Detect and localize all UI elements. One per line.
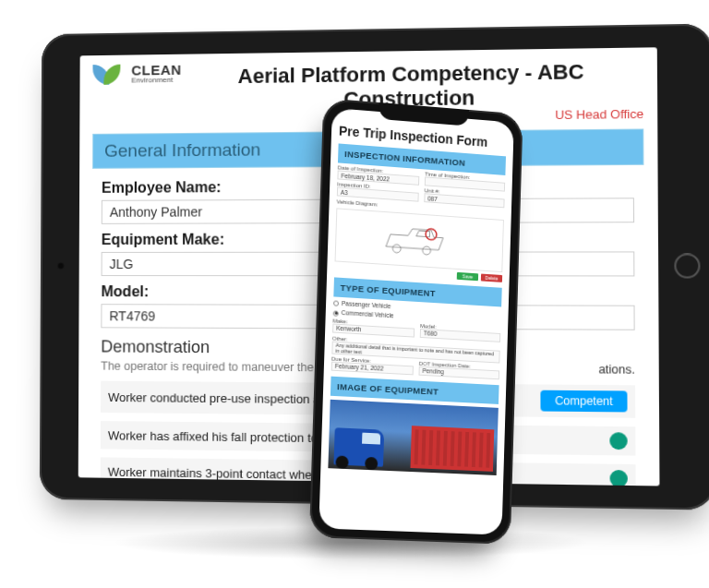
shipping-container-icon [411, 426, 495, 472]
truck-diagram-icon [379, 217, 461, 265]
tablet-home-button[interactable] [674, 253, 700, 278]
tablet-camera [57, 262, 65, 270]
competent-pill[interactable]: Competent [540, 390, 627, 413]
phone-device: Pre Trip Inspection Form INSPECTION INFO… [309, 98, 523, 545]
equipment-photo[interactable] [328, 399, 498, 474]
status-dot-icon [609, 432, 627, 450]
logo-sub: Environment [131, 77, 181, 84]
dot-value: Pending [422, 367, 443, 375]
equipment-make-value: JLG [110, 257, 134, 271]
status-dot-icon [610, 470, 628, 486]
logo-mark-icon [92, 65, 126, 85]
delete-button[interactable]: Delete [481, 274, 502, 282]
company-logo: CLEAN Environment [92, 64, 181, 85]
svg-point-0 [392, 245, 401, 254]
save-button[interactable]: Save [457, 272, 478, 281]
svg-point-1 [423, 246, 431, 256]
make-value: Kenworth [336, 325, 361, 333]
demonstration-desc-tail: ations. [598, 363, 635, 377]
inspection-id-value: A3 [341, 188, 348, 196]
employee-name-value: Anthony Palmer [110, 204, 202, 219]
due-value: February 21, 2022 [335, 363, 384, 372]
phone-model-value: T680 [424, 330, 438, 337]
model-value: RT4769 [109, 308, 155, 323]
radio-passenger-label: Passenger Vehicle [342, 300, 391, 309]
radio-commercial-label: Commercial Vehicle [342, 309, 394, 318]
phone-screen: Pre Trip Inspection Form INSPECTION INFO… [318, 108, 513, 535]
unit-value: 087 [427, 195, 438, 202]
vehicle-diagram[interactable] [335, 208, 504, 272]
